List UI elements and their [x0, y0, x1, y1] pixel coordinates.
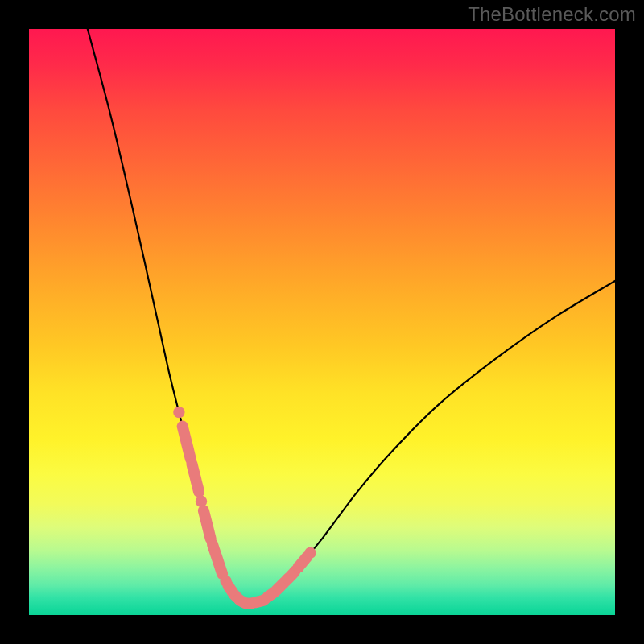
- bead-segment: [213, 544, 222, 574]
- bead-dot: [173, 407, 184, 418]
- watermark-text: TheBottleneck.com: [468, 3, 636, 26]
- bead-dot: [304, 547, 316, 559]
- bottleneck-curve: [29, 29, 615, 615]
- curve-highlight-beads: [173, 407, 316, 609]
- bead-segment: [288, 572, 295, 579]
- bead-segment: [204, 510, 211, 539]
- curve-path: [88, 29, 615, 604]
- bead-segment: [300, 557, 307, 565]
- bead-segment: [192, 464, 199, 492]
- chart-plot-area: [29, 29, 615, 615]
- bead-segment: [183, 427, 191, 460]
